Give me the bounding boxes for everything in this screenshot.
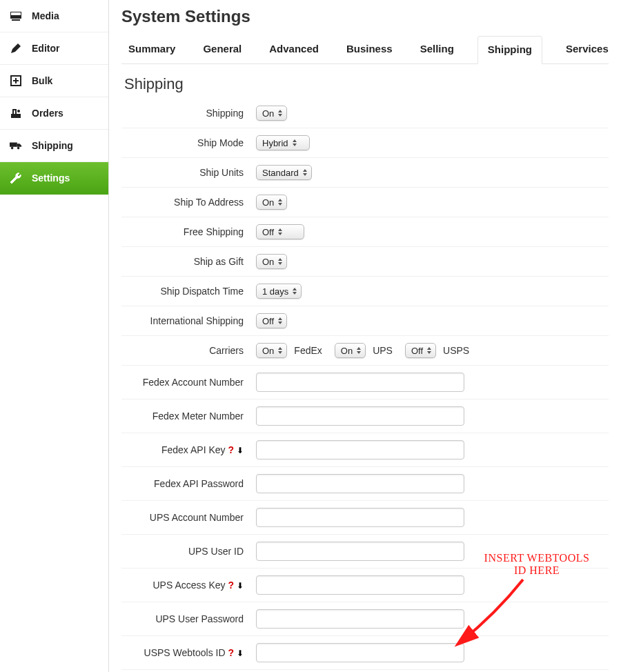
caret-icon bbox=[293, 139, 297, 146]
row-fedex-api-key: Fedex API Key? ⬇ bbox=[121, 433, 609, 467]
row-fedex-account-number: Fedex Account Number bbox=[121, 366, 609, 399]
tab-general[interactable]: General bbox=[199, 36, 246, 63]
row-ups-user-password: UPS User Password bbox=[121, 602, 609, 636]
select-value: Off bbox=[262, 227, 274, 237]
sidebar-item-label: Editor bbox=[32, 43, 59, 54]
tab-selling[interactable]: Selling bbox=[416, 36, 458, 63]
carrier-ups-select[interactable]: On bbox=[335, 343, 366, 358]
select-value: Off bbox=[411, 346, 423, 356]
free-shipping-select[interactable]: Off bbox=[256, 224, 304, 239]
tab-summary[interactable]: Summary bbox=[124, 36, 179, 63]
field-label: Fedex Account Number bbox=[121, 377, 256, 388]
caret-icon bbox=[278, 258, 282, 265]
select-value: On bbox=[262, 108, 274, 119]
ship-dispatch-time-select[interactable]: 1 days bbox=[256, 284, 302, 299]
row-usps-webtools-id: USPS Webtools ID? ⬇ bbox=[121, 636, 609, 670]
truck-icon bbox=[10, 139, 22, 152]
caret-icon bbox=[427, 347, 431, 354]
field-label: UPS Account Number bbox=[121, 512, 256, 523]
field-label: USPS Webtools ID? ⬇ bbox=[121, 647, 256, 658]
ups-user-id-input[interactable] bbox=[256, 542, 464, 561]
fedex-api-key-input[interactable] bbox=[256, 440, 464, 459]
select-value: Standard bbox=[262, 168, 299, 178]
sidebar-item-bulk[interactable]: Bulk bbox=[0, 65, 108, 97]
sidebar-item-settings[interactable]: Settings bbox=[0, 162, 108, 195]
field-label: Shipping bbox=[121, 108, 256, 119]
svg-point-7 bbox=[11, 147, 14, 150]
usps-webtools-id-input[interactable] bbox=[256, 643, 464, 662]
caret-icon bbox=[278, 228, 282, 235]
row-fedex-api-password: Fedex API Password bbox=[121, 467, 609, 501]
carrier-fedex-select[interactable]: On bbox=[256, 343, 287, 358]
row-fedex-meter-number: Fedex Meter Number bbox=[121, 399, 609, 433]
tab-shipping[interactable]: Shipping bbox=[477, 36, 542, 64]
caret-icon bbox=[303, 169, 307, 176]
caret-icon bbox=[293, 288, 297, 295]
field-label: Fedex API Password bbox=[121, 478, 256, 489]
label-text: UPS Access Key bbox=[153, 580, 226, 591]
shipping-select[interactable]: On bbox=[256, 106, 287, 121]
sidebar-item-shipping[interactable]: Shipping bbox=[0, 130, 108, 162]
select-value: On bbox=[262, 197, 274, 208]
field-label: UPS Access Key? ⬇ bbox=[121, 580, 256, 591]
field-label: Ship Dispatch Time bbox=[121, 286, 256, 297]
caret-icon bbox=[278, 317, 282, 324]
ship-units-select[interactable]: Standard bbox=[256, 165, 312, 180]
sidebar-item-media[interactable]: Media bbox=[0, 0, 108, 32]
field-label: UPS User ID bbox=[121, 546, 256, 557]
field-label: International Shipping bbox=[121, 315, 256, 326]
fedex-meter-number-input[interactable] bbox=[256, 406, 464, 426]
carrier-label: UPS bbox=[373, 345, 393, 356]
ship-to-address-select[interactable]: On bbox=[256, 195, 287, 210]
section-heading: Shipping bbox=[124, 75, 609, 93]
carrier-group-ups: On UPS bbox=[335, 343, 393, 358]
sidebar-item-label: Shipping bbox=[32, 140, 73, 151]
tab-advanced[interactable]: Advanced bbox=[265, 36, 323, 63]
tab-services[interactable]: Services bbox=[562, 36, 613, 63]
row-international-shipping: International Shipping Off bbox=[121, 306, 609, 336]
field-label: Ship as Gift bbox=[121, 256, 256, 267]
sidebar-item-label: Media bbox=[32, 10, 59, 21]
help-icon[interactable]: ? bbox=[228, 580, 235, 591]
field-label: Ship Mode bbox=[121, 137, 256, 148]
ship-mode-select[interactable]: Hybrid bbox=[256, 135, 310, 150]
chevron-down-icon[interactable]: ⬇ bbox=[237, 649, 244, 658]
field-label: Free Shipping bbox=[121, 226, 256, 237]
help-icon[interactable]: ? bbox=[228, 444, 235, 455]
ups-user-password-input[interactable] bbox=[256, 609, 464, 629]
svg-rect-6 bbox=[10, 143, 17, 147]
row-shipping: Shipping On bbox=[121, 99, 609, 128]
fedex-account-number-input[interactable] bbox=[256, 373, 464, 392]
orders-icon bbox=[10, 107, 22, 119]
ups-access-key-input[interactable] bbox=[256, 575, 464, 595]
field-label: Ship Units bbox=[121, 167, 256, 178]
pencil-icon bbox=[10, 42, 22, 55]
tab-business[interactable]: Business bbox=[342, 36, 397, 63]
tabs: Summary General Advanced Business Sellin… bbox=[121, 36, 609, 64]
chevron-down-icon[interactable]: ⬇ bbox=[237, 446, 244, 455]
select-value: Hybrid bbox=[262, 138, 288, 148]
label-text: USPS Webtools ID bbox=[144, 647, 226, 658]
main-content: System Settings Summary General Advanced… bbox=[109, 0, 621, 672]
international-shipping-select[interactable]: Off bbox=[256, 313, 287, 328]
wrench-icon bbox=[10, 172, 22, 184]
sidebar-item-orders[interactable]: Orders bbox=[0, 97, 108, 130]
row-free-shipping: Free Shipping Off bbox=[121, 217, 609, 247]
ship-as-gift-select[interactable]: On bbox=[256, 254, 287, 269]
chevron-down-icon[interactable]: ⬇ bbox=[237, 581, 244, 591]
select-value: On bbox=[262, 257, 274, 267]
fedex-api-password-input[interactable] bbox=[256, 474, 464, 493]
row-ship-as-gift: Ship as Gift On bbox=[121, 247, 609, 277]
row-carriers: Carriers On FedEx On UPS bbox=[121, 336, 609, 366]
field-label: Carriers bbox=[121, 345, 256, 356]
caret-icon bbox=[278, 347, 282, 354]
select-value: 1 days bbox=[262, 286, 288, 297]
label-text: Fedex API Key bbox=[161, 444, 226, 455]
field-label: Fedex API Key? ⬇ bbox=[121, 444, 256, 455]
field-label: Fedex Meter Number bbox=[121, 411, 256, 422]
ups-account-number-input[interactable] bbox=[256, 508, 464, 527]
help-icon[interactable]: ? bbox=[228, 647, 235, 658]
media-icon bbox=[10, 10, 22, 22]
carrier-usps-select[interactable]: Off bbox=[405, 343, 436, 358]
sidebar-item-editor[interactable]: Editor bbox=[0, 32, 108, 65]
